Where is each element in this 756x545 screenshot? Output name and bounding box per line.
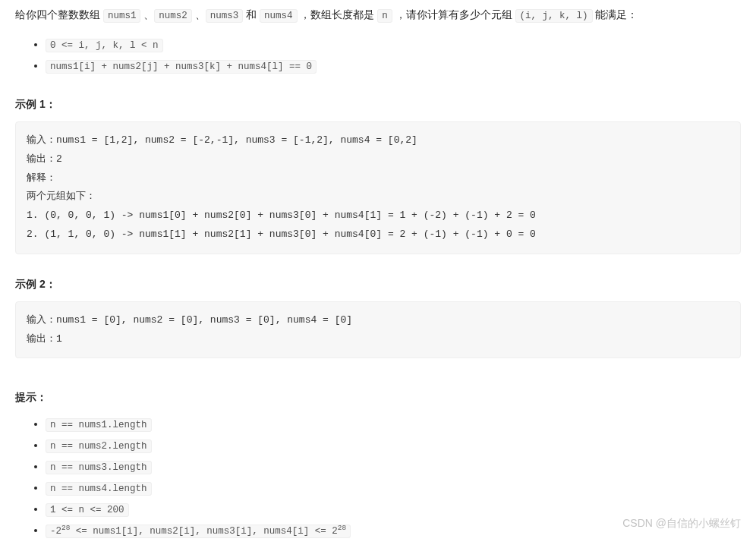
hint-n2: n == nums2.length: [46, 439, 152, 453]
hint-n1: n == nums1.length: [46, 418, 152, 432]
intro-text: 给你四个整数数组: [15, 8, 103, 20]
list-item: n == nums3.length: [46, 458, 741, 475]
code-nums1: nums1: [103, 9, 141, 23]
hint-n3: n == nums3.length: [46, 461, 152, 474]
hint-n4: n == nums4.length: [46, 482, 152, 496]
condition-list: 0 <= i, j, k, l < n nums1[i] + nums2[j] …: [15, 36, 741, 74]
list-item: n == nums2.length: [46, 436, 741, 454]
list-item: nums1[i] + nums2[j] + nums3[k] + nums4[l…: [46, 57, 741, 74]
hints-title: 提示：: [15, 389, 741, 405]
list-item: -228 <= nums1[i], nums2[i], nums3[i], nu…: [46, 521, 741, 539]
problem-intro: 给你四个整数数组 nums1 、nums2 、nums3 和 nums4 ，数组…: [15, 6, 741, 24]
hint-valrange: -228 <= nums1[i], nums2[i], nums3[i], nu…: [46, 525, 351, 538]
example-2-code: 输入：nums1 = [0], nums2 = [0], nums3 = [0]…: [15, 301, 741, 358]
code-n: n: [377, 9, 392, 23]
code-tuple: (i, j, k, l): [515, 9, 593, 23]
example-1-code: 输入：nums1 = [1,2], nums2 = [-2,-1], nums3…: [15, 121, 741, 254]
code-nums3: nums3: [206, 9, 244, 23]
example-2-title: 示例 2：: [15, 276, 741, 292]
hint-nrange: 1 <= n <= 200: [46, 503, 129, 517]
hints-list: n == nums1.length n == nums2.length n ==…: [15, 415, 741, 539]
condition-sum: nums1[i] + nums2[j] + nums3[k] + nums4[l…: [46, 60, 317, 74]
list-item: n == nums4.length: [46, 479, 741, 496]
code-nums2: nums2: [154, 9, 192, 23]
example-1-title: 示例 1：: [15, 96, 741, 112]
code-nums4: nums4: [260, 9, 298, 23]
list-item: 1 <= n <= 200: [46, 500, 741, 518]
list-item: 0 <= i, j, k, l < n: [46, 36, 741, 53]
condition-range: 0 <= i, j, k, l < n: [46, 39, 163, 52]
list-item: n == nums1.length: [46, 415, 741, 433]
